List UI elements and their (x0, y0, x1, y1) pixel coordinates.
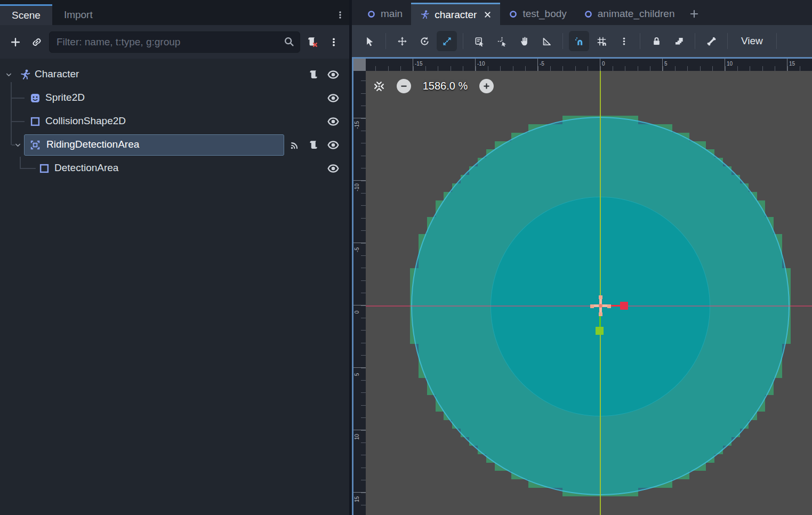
tree-row[interactable]: DetectionArea (0, 157, 349, 180)
canvas-2d[interactable]: 1586.0 % (366, 71, 812, 515)
scene-dock-toolbar (0, 25, 349, 59)
move-tool-button[interactable] (392, 31, 412, 51)
scene-tab-label: character (435, 9, 477, 21)
group-node-button[interactable] (669, 31, 689, 51)
move-icon (397, 36, 407, 46)
ruler-tick-label: -5 (540, 61, 544, 67)
visibility-icon[interactable] (327, 92, 340, 104)
script-icon[interactable] (308, 68, 320, 81)
node-name: RidingDetectionArea (46, 139, 139, 150)
ruler-tool-button[interactable] (536, 31, 557, 51)
scene-tab-character[interactable]: character (411, 3, 500, 25)
scale-gizmo-y-handle[interactable] (596, 327, 604, 335)
tab-import[interactable]: Import (52, 4, 104, 25)
tree-row[interactable]: CollisionShape2D (0, 110, 349, 133)
scene-tab-label: test_body (522, 8, 566, 20)
canvas-wrap: -15 -10 -5 0 5 10 15 -15 -10 -5 0 5 10 1… (352, 57, 812, 515)
link-icon (31, 37, 42, 47)
lock-node-button[interactable] (646, 31, 666, 51)
tab-scene[interactable]: Scene (0, 4, 52, 25)
rotate-icon (420, 36, 430, 46)
ruler-tick-label: -15 (354, 118, 360, 132)
node-name: Sprite2D (45, 92, 85, 103)
zoom-level-value[interactable]: 1586.0 % (415, 80, 475, 92)
dock-tabbar: Scene Import (0, 0, 349, 25)
ruler-corner (353, 59, 366, 71)
script-icon[interactable] (308, 139, 320, 151)
search-icon (283, 36, 295, 47)
view-menu-button[interactable]: View (733, 35, 771, 47)
ruler-tick-label: -15 (415, 61, 422, 67)
visibility-icon[interactable] (327, 115, 340, 128)
select-arrow-icon (365, 36, 375, 46)
scene-tab-animate-children[interactable]: animate_children (575, 3, 684, 25)
collision-shape-2d-icon (29, 116, 41, 127)
ruler-tick-label: 5 (354, 368, 360, 382)
canvas-toolbar: View (352, 25, 812, 57)
ruler-triangle-icon (542, 36, 552, 46)
script-remove-icon (307, 36, 318, 48)
vertical-ruler: -15 -10 -5 0 5 10 15 (353, 71, 366, 515)
ruler-tick-label: -5 (354, 243, 360, 257)
position-select-button[interactable] (492, 31, 512, 51)
ruler-tick-label: 0 (354, 305, 360, 319)
scene-tab-label: main (381, 8, 403, 20)
group-icon (674, 36, 684, 46)
visibility-icon[interactable] (327, 68, 340, 81)
tree-row[interactable]: Character (0, 63, 349, 86)
new-scene-tab-button[interactable] (684, 3, 705, 25)
rotate-tool-button[interactable] (414, 31, 435, 51)
instantiate-scene-button[interactable] (28, 33, 46, 51)
list-select-icon (475, 36, 485, 46)
ruler-tick-label: 15 (789, 61, 795, 67)
zoom-out-button[interactable] (397, 79, 411, 93)
zoom-in-button[interactable] (479, 79, 494, 93)
filter-field-wrap (49, 31, 300, 53)
y-axis-line (600, 71, 601, 515)
node-icon (509, 10, 518, 19)
kebab-menu-icon (620, 37, 629, 46)
close-tab-icon[interactable] (484, 11, 492, 19)
visibility-icon[interactable] (327, 139, 340, 151)
grid-snap-button[interactable] (591, 31, 612, 51)
select-tool-button[interactable] (359, 31, 380, 51)
add-node-button[interactable] (6, 33, 25, 51)
magnet-icon (574, 36, 584, 46)
node-icon (367, 10, 376, 19)
scene-tab-main[interactable]: main (358, 3, 411, 25)
tab-import-label: Import (64, 9, 93, 21)
visibility-icon[interactable] (327, 162, 340, 175)
chevron-down-icon[interactable] (5, 71, 12, 78)
kebab-menu-icon (329, 37, 339, 47)
scale-gizmo-x-handle[interactable] (620, 302, 628, 310)
signal-connection-icon[interactable] (288, 139, 301, 151)
tab-scene-label: Scene (12, 10, 41, 21)
hand-icon (519, 36, 529, 46)
snap-options-button[interactable] (614, 31, 634, 51)
dock-menu-button[interactable] (331, 4, 349, 25)
filter-input[interactable] (49, 31, 300, 53)
skeleton-options-button[interactable] (701, 31, 721, 51)
crosshair-nub (607, 304, 611, 308)
pan-tool-button[interactable] (514, 31, 534, 51)
character-body-2d-icon (19, 69, 31, 81)
dock-extra-menu-button[interactable] (325, 33, 343, 51)
center-view-icon[interactable] (373, 81, 385, 92)
area-2d-icon (29, 139, 41, 151)
tree-row[interactable]: Sprite2D (0, 86, 349, 110)
scene-tab-label: animate_children (598, 8, 675, 20)
chevron-down-icon[interactable] (14, 142, 21, 149)
toolbar-separator (562, 33, 563, 49)
sprite-2d-icon (29, 92, 41, 104)
scale-tool-button[interactable] (437, 31, 457, 51)
bone-icon (706, 36, 717, 46)
ruler-tick-label: 0 (602, 61, 605, 67)
smart-snap-button[interactable] (569, 31, 589, 51)
crosshair-nub (590, 304, 594, 308)
node-name: Character (35, 68, 79, 80)
list-select-button[interactable] (469, 31, 489, 51)
detach-script-button[interactable] (303, 33, 321, 51)
ruler-tick-label: 10 (727, 61, 733, 67)
tree-row-selected[interactable]: RidingDetectionArea (0, 133, 349, 157)
scene-tab-test-body[interactable]: test_body (500, 3, 575, 25)
